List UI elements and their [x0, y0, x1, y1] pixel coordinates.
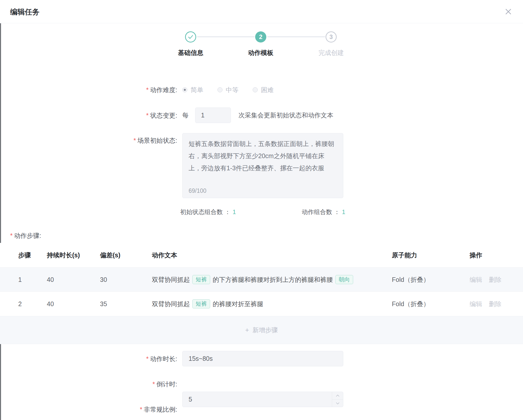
cell-deviation: 35 — [100, 300, 152, 308]
step-1-circle — [185, 31, 196, 43]
state-change-input[interactable]: 1 — [195, 108, 231, 123]
plus-icon: + — [245, 326, 249, 334]
state-change-prefix: 每 — [182, 111, 189, 119]
edit-link[interactable]: 编辑 — [470, 276, 482, 283]
cell-ability: Fold（折叠） — [392, 276, 470, 284]
countdown-label: *倒计时: — [0, 379, 177, 389]
step-2-label: 动作模板 — [228, 49, 294, 57]
cell-duration: 40 — [47, 276, 100, 283]
initial-state-textarea[interactable]: 短裤五条数据背面朝上，五条数据正面朝上，裤腰朝右，离头部视野下方至少20cm之外… — [182, 133, 343, 198]
radio-easy-label: 简单 — [191, 86, 203, 94]
radio-easy[interactable]: 简单 — [182, 86, 203, 94]
cell-ability: Fold（折叠） — [392, 300, 470, 308]
table-row: 1 40 30 双臂协同抓起短裤的下方裤腿和裤腰对折到上方的裤腿和裤腰朝向 Fo… — [0, 268, 523, 292]
required-asterisk: * — [152, 381, 155, 388]
stepper-connector-1 — [197, 36, 255, 37]
required-asterisk: * — [140, 406, 142, 413]
radio-medium[interactable]: 中等 — [217, 86, 238, 94]
step-1-label: 基础信息 — [158, 49, 224, 57]
step-3-circle: 3 — [326, 31, 337, 43]
required-asterisk: * — [10, 232, 13, 239]
add-step-label: 新增步骤 — [253, 326, 278, 334]
cell-operations: 编辑删除 — [470, 276, 523, 284]
header-duration: 持续时长(s) — [47, 251, 100, 259]
decrease-button[interactable] — [332, 400, 343, 407]
cell-action-text: 双臂协同抓起短裤的下方裤腿和裤腰对折到上方的裤腿和裤腰朝向 — [152, 275, 392, 284]
close-button[interactable] — [504, 7, 513, 16]
required-asterisk: * — [146, 355, 149, 362]
countdown-value: 5 — [189, 396, 192, 403]
increase-button[interactable] — [332, 392, 343, 400]
char-counter: 69/100 — [189, 187, 206, 194]
table-header-row: 步骤 持续时长(s) 偏差(s) 动作文本 原子能力 操作 — [0, 243, 523, 268]
radio-easy-circle — [182, 87, 187, 92]
chevron-up-icon — [336, 395, 339, 397]
add-step-button[interactable]: + 新增步骤 — [0, 316, 523, 344]
unusual-ratio-label: *非常规比例: — [0, 404, 177, 414]
step-2-circle: 2 — [255, 31, 266, 43]
cell-deviation: 30 — [100, 276, 152, 283]
edit-task-dialog: 编辑任务 2 3 基础信息 动作模板 完成创建 *动作难度: 简单 中等 — [0, 0, 523, 420]
action-steps-label: *动作步骤: — [10, 232, 41, 240]
initial-combo-label: 初始状态组合数 ： — [180, 208, 231, 215]
difficulty-radio-group: 简单 中等 困难 — [182, 85, 274, 95]
initial-state-label: *场景初始状态: — [0, 135, 177, 145]
orientation-tag: 朝向 — [335, 275, 353, 284]
header-action-text: 动作文本 — [152, 251, 392, 259]
check-icon — [188, 35, 193, 39]
required-asterisk: * — [146, 86, 149, 93]
step-2-number: 2 — [259, 33, 262, 40]
radio-hard-circle — [253, 87, 258, 92]
state-change-value: 1 — [201, 112, 205, 119]
radio-medium-label: 中等 — [226, 86, 238, 94]
stepper-connector-2 — [267, 36, 325, 37]
radio-hard[interactable]: 困难 — [253, 86, 274, 94]
cell-action-text: 双臂协同抓起短裤的裤腰对折至裤腿 — [152, 299, 392, 308]
delete-link[interactable]: 删除 — [489, 276, 501, 283]
action-combo-value: 1 — [342, 208, 345, 215]
difficulty-label: *动作难度: — [0, 85, 177, 95]
radio-medium-circle — [217, 87, 223, 92]
required-asterisk: * — [146, 112, 149, 119]
action-combo: 动作组合数 ：1 — [302, 208, 345, 216]
cell-operations: 编辑删除 — [470, 300, 523, 308]
cell-duration: 40 — [47, 300, 100, 308]
combos-row: 初始状态组合数 ：1 动作组合数 ：1 — [180, 208, 345, 216]
steps-table: 步骤 持续时长(s) 偏差(s) 动作文本 原子能力 操作 1 40 30 双臂… — [0, 243, 523, 344]
action-combo-label: 动作组合数 ： — [302, 208, 340, 215]
header-atomic-ability: 原子能力 — [392, 251, 470, 259]
dialog-title: 编辑任务 — [10, 7, 39, 17]
edit-link[interactable]: 编辑 — [470, 300, 482, 307]
state-change-suffix: 次采集会更新初始状态和动作文本 — [238, 111, 333, 119]
initial-combo: 初始状态组合数 ：1 — [180, 208, 236, 216]
step-3-label: 完成创建 — [298, 49, 364, 57]
step-3-number: 3 — [329, 33, 333, 40]
object-tag: 短裤 — [192, 299, 210, 308]
required-asterisk: * — [133, 137, 136, 144]
initial-combo-value: 1 — [233, 208, 236, 215]
dialog-header: 编辑任务 — [0, 0, 523, 23]
cell-step: 1 — [0, 276, 47, 283]
state-change-row: 每 1 次采集会更新初始状态和动作文本 — [182, 108, 333, 123]
delete-link[interactable]: 删除 — [489, 300, 501, 307]
initial-state-text: 短裤五条数据背面朝上，五条数据正面朝上，裤腰朝右，离头部视野下方至少20cm之外… — [189, 138, 337, 174]
cell-step: 2 — [0, 300, 47, 308]
duration-label: *动作时长: — [0, 354, 177, 364]
header-step: 步骤 — [0, 251, 47, 259]
object-tag: 短裤 — [192, 275, 210, 284]
number-stepper — [332, 392, 343, 407]
radio-hard-label: 困难 — [261, 86, 274, 94]
table-row: 2 40 35 双臂协同抓起短裤的裤腰对折至裤腿 Fold（折叠） 编辑删除 — [0, 292, 523, 316]
header-deviation: 偏差(s) — [100, 251, 152, 259]
duration-input[interactable]: 15s~80s — [182, 351, 343, 366]
countdown-input[interactable]: 5 — [182, 392, 343, 407]
chevron-down-icon — [336, 402, 339, 404]
close-icon — [505, 8, 512, 15]
state-change-label: *状态变更: — [0, 110, 177, 120]
duration-value: 15s~80s — [189, 355, 213, 362]
header-operations: 操作 — [470, 251, 523, 259]
